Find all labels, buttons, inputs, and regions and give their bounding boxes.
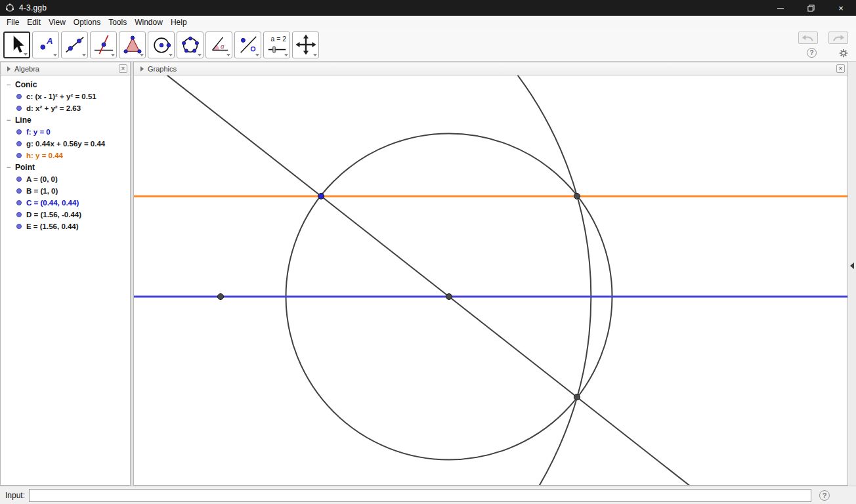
algebra-group-conic[interactable]: −Conic [1,79,130,91]
algebra-panel: Algebra × −Conicc: (x - 1)² + y² = 0.51d… [0,62,131,486]
toolbar-right: ? [798,32,848,58]
tool-dropdown-arrow-icon[interactable] [198,54,202,56]
algebra-item[interactable]: f: y = 0 [1,126,130,138]
svg-text:α: α [220,43,224,50]
item-label: A = (0, 0) [26,175,58,183]
gear-icon[interactable] [839,49,848,58]
algebra-header-arrow-icon[interactable] [7,66,11,72]
tool-move[interactable] [3,32,30,58]
item-label: D = (1.56, -0.44) [26,211,81,219]
tool-dropdown-arrow-icon[interactable] [111,54,115,56]
panel-collapse-arrow-icon[interactable] [850,262,854,269]
algebra-item[interactable]: h: y = 0.44 [1,150,130,161]
right-edge-strip [848,62,856,486]
algebra-item[interactable]: D = (1.56, -0.44) [1,209,130,220]
menu-edit[interactable]: Edit [23,17,45,28]
visibility-marble-icon[interactable] [16,188,22,194]
minimize-icon [777,8,784,9]
tool-reflect[interactable] [234,32,261,58]
tool-perpendicular-line[interactable] [90,32,117,58]
tool-dropdown-arrow-icon[interactable] [169,54,173,56]
visibility-marble-icon[interactable] [16,129,22,135]
circle-icon [150,33,173,56]
help-icon[interactable]: ? [807,48,817,58]
tool-conic[interactable] [177,32,203,58]
tool-point[interactable]: A [32,32,59,58]
tool-polygon[interactable] [119,32,146,58]
restore-button[interactable] [796,0,826,16]
tool-dropdown-arrow-icon[interactable] [53,54,57,56]
menu-options[interactable]: Options [70,17,104,28]
point-D[interactable] [574,394,580,400]
restore-icon [807,5,815,12]
main-area: Algebra × −Conicc: (x - 1)² + y² = 0.51d… [0,62,856,486]
visibility-marble-icon[interactable] [16,177,22,182]
perpendicular-line-icon [93,33,115,56]
tool-dropdown-arrow-icon[interactable] [82,54,86,56]
tool-buttons: Aαa = 2 [3,32,321,58]
command-input[interactable] [29,489,811,502]
minimize-button[interactable] [765,0,796,16]
tool-circle[interactable] [148,32,175,58]
menu-window[interactable]: Window [131,17,167,28]
collapse-toggle-icon[interactable]: − [5,116,12,124]
title-bar: 4-3.ggb × [0,0,856,16]
tool-dropdown-arrow-icon[interactable] [140,54,144,56]
algebra-item[interactable]: B = (1, 0) [1,185,130,197]
circle-d[interactable] [134,75,591,485]
visibility-marble-icon[interactable] [16,212,22,217]
algebra-close-button[interactable]: × [119,64,127,73]
item-label: c: (x - 1)² + y² = 0.51 [26,93,96,100]
tool-dropdown-arrow-icon[interactable] [226,54,230,56]
item-label: h: y = 0.44 [26,152,63,159]
input-help-icon[interactable]: ? [819,490,830,501]
point-A[interactable] [218,294,224,300]
tool-dropdown-arrow-icon[interactable] [284,54,288,56]
tool-slider[interactable]: a = 2 [263,32,290,58]
toolbar: Aαa = 2 ? [0,28,856,62]
graphics-canvas[interactable] [134,75,847,485]
graphics-header-arrow-icon[interactable] [140,66,144,72]
collapse-toggle-icon[interactable]: − [5,163,12,171]
algebra-group-line[interactable]: −Line [1,114,130,126]
tool-line[interactable] [61,32,88,58]
tool-dropdown-arrow-icon[interactable] [255,54,259,56]
graphics-close-button[interactable]: × [836,64,845,73]
collapse-toggle-icon[interactable]: − [5,81,12,89]
graphics-title: Graphics [148,65,177,73]
close-button[interactable]: × [826,0,856,16]
algebra-item[interactable]: E = (1.56, 0.44) [1,220,130,232]
visibility-marble-icon[interactable] [16,94,22,99]
item-label: B = (1, 0) [26,187,58,195]
algebra-item[interactable]: C = (0.44, 0.44) [1,197,130,209]
tool-dropdown-arrow-icon[interactable] [24,53,28,56]
visibility-marble-icon[interactable] [16,200,22,205]
point-B[interactable] [446,294,452,300]
algebra-group-point[interactable]: −Point [1,161,130,173]
undo-button[interactable] [798,32,818,44]
input-label: Input: [5,491,25,500]
visibility-marble-icon[interactable] [16,141,22,146]
tool-angle[interactable]: α [205,32,232,58]
menu-view[interactable]: View [45,17,70,28]
visibility-marble-icon[interactable] [16,153,22,158]
tool-move-graphics[interactable] [292,32,319,58]
graphics-svg[interactable] [134,75,847,485]
visibility-marble-icon[interactable] [16,106,22,111]
tool-dropdown-arrow-icon[interactable] [313,54,317,56]
item-label: C = (0.44, 0.44) [26,199,79,207]
algebra-item[interactable]: c: (x - 1)² + y² = 0.51 [1,91,130,102]
move-graphics-icon [295,33,317,56]
redo-button[interactable] [828,32,848,44]
menu-file[interactable]: File [3,17,23,28]
menu-tools[interactable]: Tools [104,17,131,28]
algebra-item[interactable]: g: 0.44x + 0.56y = 0.44 [1,138,130,150]
line-g[interactable] [134,75,847,485]
visibility-marble-icon[interactable] [16,224,22,229]
point-C[interactable] [318,193,324,199]
item-label: f: y = 0 [26,128,51,136]
algebra-item[interactable]: A = (0, 0) [1,173,130,185]
point-E[interactable] [574,193,580,199]
menu-help[interactable]: Help [167,17,191,28]
algebra-item[interactable]: d: x² + y² = 2.63 [1,102,130,114]
